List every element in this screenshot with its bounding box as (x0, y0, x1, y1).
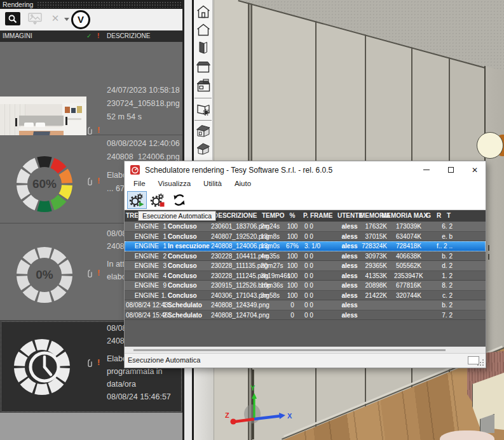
cell-source: ENGINE (126, 262, 159, 269)
cell-grt: 6. 2 (421, 223, 453, 230)
menu-visualizza[interactable]: Visualizza (152, 179, 198, 190)
close-button[interactable]: ✕ (464, 161, 486, 178)
cell-n: 1 (160, 233, 167, 240)
status-text: Esecuzione Automatica (128, 356, 200, 364)
chevron-down-icon[interactable] (64, 18, 69, 21)
warning-icon: ! (97, 268, 100, 277)
cell-desc: 230228_111245.png (211, 272, 262, 279)
toolbar-separator (194, 120, 212, 121)
cell-tempo: 2m24s (261, 223, 286, 230)
cell-pct: 100 (286, 253, 299, 260)
col-pframe: P. FRAME (303, 212, 333, 219)
house-3d-small-view-icon[interactable] (195, 140, 212, 157)
warning-icon: ! (97, 125, 100, 135)
stop-run-button[interactable] (148, 191, 168, 209)
house-outline-view-icon[interactable] (195, 22, 212, 38)
right-wall (485, 66, 504, 358)
menu-file[interactable]: File (127, 179, 152, 190)
scheduler-toolbar (125, 190, 486, 210)
table-row[interactable]: ENGINE1Concluso230601_183706.png2m24s100… (125, 222, 486, 232)
cell-pframe: 0 0 (304, 223, 334, 230)
cell-pframe: 0 0 (304, 282, 334, 289)
cell-n: 1 (160, 302, 167, 309)
window-title-bar[interactable]: Schedulatore rendering - Tesy Software S… (125, 161, 486, 179)
cell-n: 2 (160, 253, 167, 260)
alert-icon: ! (97, 30, 99, 42)
house-roof-view-icon[interactable] (195, 58, 212, 75)
cell-tempo: 3h19m46s (261, 272, 286, 279)
maximize-button[interactable] (440, 161, 461, 178)
panel-title-bar[interactable]: Rendering (0, 0, 182, 9)
cell-status: Concluso (168, 262, 210, 269)
progress-label: 0% (6, 237, 83, 313)
table-row[interactable]: ENGINE4Concluso230228_111245.png3h19m46s… (125, 271, 486, 281)
cell-n: 4 (160, 272, 167, 279)
resize-grip[interactable] (477, 359, 484, 366)
cell-user: aless (339, 233, 360, 240)
cell-memmax: 320744K (394, 292, 421, 299)
cell-mem: 37015K (360, 233, 387, 240)
table-row[interactable]: ENGINE1.Concluso240306_171043.png3m58s10… (125, 291, 486, 301)
perspective-settings-icon[interactable] (195, 101, 212, 117)
export-image-icon[interactable] (28, 13, 42, 25)
cell-desc: 240807_192520.png (211, 233, 262, 240)
delete-button[interactable]: ✕ (50, 11, 61, 25)
maximize-icon (448, 167, 454, 173)
cell-grt: f.. 2 .. (421, 243, 453, 250)
horizontal-scrollbar[interactable] (125, 347, 486, 353)
table-row[interactable]: ENGINE2Concluso230228_104411.png4m35s100… (125, 251, 486, 262)
wall-3d-view-icon[interactable] (195, 39, 212, 56)
table-row[interactable]: ENGINE1Concluso240807_192520.png13m8s100… (125, 232, 486, 242)
auto-run-button[interactable] (127, 191, 147, 209)
cell-n: 1 (160, 243, 167, 250)
table-row[interactable]: ENGINE1In esecuzione240808_124006.png13m… (125, 241, 486, 251)
cell-pct: 100 (286, 272, 299, 279)
preview-button[interactable] (5, 12, 20, 25)
tooltip: Esecuzione Automatica (138, 211, 216, 221)
cell-status: Concluso (168, 253, 210, 260)
vray-button[interactable]: V (71, 10, 90, 29)
cell-tempo: 4m35s (261, 253, 286, 260)
cell-grt: 8. 2 (421, 282, 453, 289)
cell-pframe: 0 0 (304, 312, 334, 319)
cell-user: aless (339, 243, 360, 250)
menu-utilita[interactable]: Utilità (197, 179, 228, 190)
table-row[interactable]: ENGINE3Concluso230228_111135.png20m27s10… (125, 261, 486, 271)
table-row[interactable]: ENGINE9Concluso230915_112526.bmp10m36s10… (125, 281, 486, 291)
progress-ring-60: 60% (6, 146, 83, 222)
scrollbar-thumb[interactable] (133, 349, 446, 351)
cell-desc: 240306_171043.png (211, 292, 262, 299)
warning-icon: ! (97, 357, 100, 367)
minimize-button[interactable] (416, 161, 437, 178)
table-row[interactable]: 08/08/24 12:43...1Schedulato240808_12434… (125, 300, 486, 310)
toolbar-separator (194, 98, 212, 98)
cell-mem: 30973K (360, 253, 387, 260)
refresh-button[interactable] (169, 191, 189, 209)
cell-user: aless (339, 312, 360, 319)
cell-source: ENGINE (126, 292, 159, 299)
cell-pct: 100 (286, 282, 299, 289)
menu-aiuto[interactable]: Aiuto (228, 179, 257, 190)
window-title: Schedulatore rendering - Tesy Software S… (145, 166, 332, 175)
render-job-row[interactable]: ! 24/07/2023 10:58:18 230724_105818.png … (0, 42, 182, 135)
scheduled-ring (4, 326, 85, 408)
cell-n: 3 (160, 262, 167, 269)
cell-pct: 100 (286, 262, 299, 269)
origin-axes-gizmo: Y X Z (222, 381, 299, 438)
app-icon (130, 165, 140, 175)
axis-z-label: Z (225, 411, 229, 419)
cell-memmax: 634074K (394, 233, 421, 240)
panel-title: Rendering (3, 1, 33, 8)
cell-status: Concluso (168, 223, 210, 230)
house-front-view-icon[interactable] (195, 4, 212, 20)
cell-grt: e. b (421, 233, 453, 240)
table-row[interactable]: 08/08/24 15:46...2Schedulato240808_12470… (125, 310, 486, 321)
cell-tempo: 3m58s (261, 292, 286, 299)
cell-tempo: 20m27s (261, 262, 286, 269)
house-3d-view-icon[interactable] (195, 123, 212, 139)
cell-source: ENGINE (126, 233, 159, 240)
progress-label: 60% (6, 146, 83, 222)
progress-ring-0: 0% (6, 237, 83, 313)
cell-grt: 7. 2 (421, 312, 453, 319)
house-window-view-icon[interactable] (195, 77, 212, 94)
